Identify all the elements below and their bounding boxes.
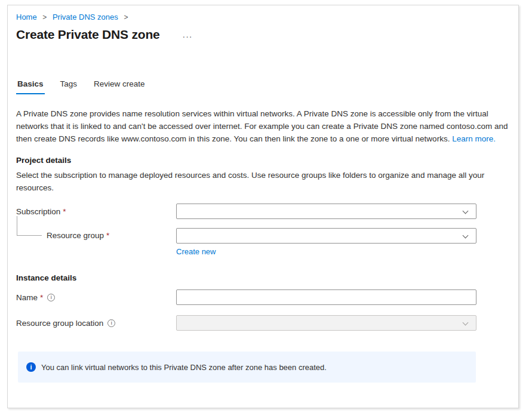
required-asterisk: *	[106, 231, 109, 240]
page-title: Create Private DNS zone	[16, 27, 160, 42]
breadcrumb-home-link[interactable]: Home	[16, 13, 37, 21]
name-row: Name * i	[16, 289, 510, 305]
resource-group-location-label-cell: Resource group location i	[16, 319, 176, 328]
tab-tags[interactable]: Tags	[59, 79, 79, 94]
project-details-description: Select the subscription to manage deploy…	[16, 169, 501, 194]
breadcrumb: Home > Private DNS zones >	[16, 13, 510, 22]
required-asterisk: *	[40, 293, 43, 302]
resource-group-location-dropdown	[176, 315, 476, 331]
resource-group-location-control-cell	[176, 315, 476, 331]
more-options-icon[interactable]: ···	[183, 32, 193, 41]
resource-group-location-row: Resource group location i	[16, 315, 510, 331]
subscription-dropdown[interactable]	[176, 204, 476, 219]
info-banner-icon: i	[26, 362, 36, 372]
required-asterisk: *	[63, 207, 66, 216]
info-icon[interactable]: i	[47, 294, 55, 301]
resource-group-label-cell: Resource group *	[16, 228, 176, 240]
info-banner: i You can link virtual networks to this …	[18, 352, 476, 383]
breadcrumb-separator-icon: >	[124, 13, 128, 21]
tree-connector	[17, 216, 42, 236]
resource-group-label: Resource group	[47, 231, 104, 240]
chevron-down-icon	[463, 320, 469, 326]
tab-basics[interactable]: Basics	[16, 79, 45, 94]
learn-more-link[interactable]: Learn more.	[452, 134, 496, 143]
intro-paragraph: A Private DNS zone provides name resolut…	[16, 107, 508, 145]
name-input[interactable]	[176, 289, 476, 305]
resource-group-control-cell: Create new	[176, 228, 476, 257]
subscription-label: Subscription	[16, 207, 60, 216]
subscription-row: Subscription *	[16, 204, 510, 219]
instance-details-heading: Instance details	[16, 273, 510, 282]
resource-group-row: Resource group * Create new	[16, 228, 510, 257]
name-label: Name	[16, 293, 38, 302]
info-banner-text: You can link virtual networks to this Pr…	[41, 363, 327, 372]
page-header: Create Private DNS zone ···	[16, 27, 510, 42]
create-new-link[interactable]: Create new	[176, 247, 216, 256]
tab-bar: Basics Tags Review create	[16, 79, 510, 94]
create-private-dns-zone-panel: Home > Private DNS zones > Create Privat…	[7, 5, 519, 408]
chevron-down-icon	[463, 208, 469, 214]
project-details-heading: Project details	[16, 156, 510, 165]
resource-group-dropdown[interactable]	[176, 228, 476, 244]
subscription-control-cell	[176, 204, 476, 219]
intro-text: A Private DNS zone provides name resolut…	[16, 109, 508, 143]
name-label-cell: Name * i	[16, 293, 176, 302]
breadcrumb-private-dns-zones-link[interactable]: Private DNS zones	[53, 13, 118, 21]
resource-group-location-label: Resource group location	[16, 319, 103, 328]
breadcrumb-separator-icon: >	[42, 13, 47, 21]
chevron-down-icon	[463, 233, 469, 239]
subscription-label-cell: Subscription *	[16, 207, 176, 216]
info-icon[interactable]: i	[107, 319, 115, 327]
name-control-cell	[176, 289, 476, 305]
tab-review-create[interactable]: Review create	[93, 79, 146, 94]
